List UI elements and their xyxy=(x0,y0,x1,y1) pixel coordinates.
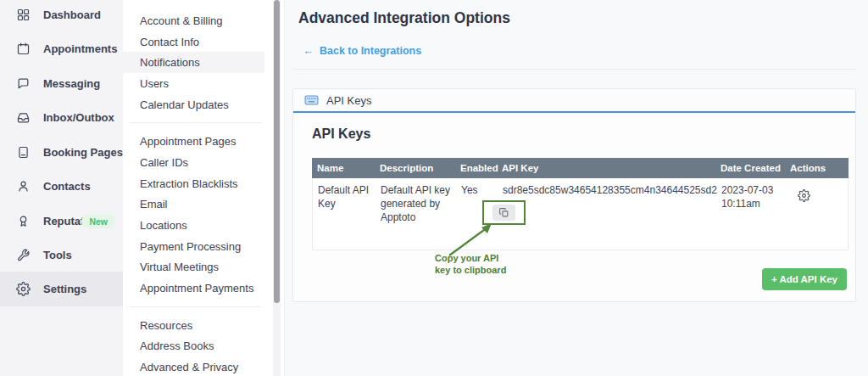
nav-item-contact-info[interactable]: Contact Info xyxy=(123,31,264,53)
sidebar-item-label: Contacts xyxy=(43,180,91,193)
col-header-api-key: API Key xyxy=(497,163,715,173)
table-header-row: Name Description Enabled API Key Date Cr… xyxy=(312,158,849,178)
nav-item-appointment-pages[interactable]: Appointment Pages xyxy=(123,131,264,152)
sidebar-item-reputation[interactable]: Reputation New xyxy=(0,204,123,239)
nav-item-account-billing[interactable]: Account & Billing xyxy=(123,10,264,31)
nav-item-appointment-payments[interactable]: Appointment Payments xyxy=(123,278,264,299)
sidebar-item-booking-pages[interactable]: Booking Pages xyxy=(0,135,123,170)
sidebar-item-label: Booking Pages xyxy=(43,146,123,159)
table-row: Default API Key Default API key generate… xyxy=(312,178,849,250)
nav-item-locations[interactable]: Locations xyxy=(123,215,264,236)
nav-item-resources[interactable]: Resources xyxy=(123,315,264,336)
nav-item-caller-ids[interactable]: Caller IDs xyxy=(123,152,264,173)
sidebar-item-label: Dashboard xyxy=(43,8,101,21)
nav-item-advanced-privacy[interactable]: Advanced & Privacy xyxy=(123,356,264,376)
api-key-value: sdr8e5sdc85w34654128355cm4n34644525sd2 xyxy=(503,184,711,198)
sidebar-item-label: Messaging xyxy=(43,77,100,90)
row-actions-button[interactable] xyxy=(798,189,810,205)
api-keys-heading: API Keys xyxy=(312,126,370,142)
sidebar-item-tools[interactable]: Tools xyxy=(0,238,123,272)
nav-item-extraction-blacklists[interactable]: Extraction Blacklists xyxy=(123,173,264,194)
col-header-description: Description xyxy=(375,163,455,173)
primary-sidebar: Dashboard Appointments Messaging Inbox/O… xyxy=(0,0,123,376)
gear-icon xyxy=(16,282,31,296)
tab-api-keys[interactable]: API Keys xyxy=(326,94,371,107)
sidebar-item-inbox-outbox[interactable]: Inbox/Outbox xyxy=(0,100,123,135)
wrench-icon xyxy=(16,248,31,262)
add-api-key-button[interactable]: + Add API Key xyxy=(762,268,847,290)
dashboard-grid-icon xyxy=(16,8,31,22)
sidebar-item-contacts[interactable]: Contacts xyxy=(0,169,123,204)
calendar-icon xyxy=(16,42,31,56)
nav-item-payment-processing[interactable]: Payment Processing xyxy=(123,236,264,257)
api-keys-table: Name Description Enabled API Key Date Cr… xyxy=(312,158,849,250)
person-icon xyxy=(16,179,31,194)
nav-divider xyxy=(130,306,261,307)
back-link-label: Back to Integrations xyxy=(320,45,421,57)
sidebar-item-label: Settings xyxy=(43,283,86,295)
annotation-text: Copy your API key to clipboard xyxy=(435,253,506,276)
nav-item-users[interactable]: Users xyxy=(123,73,264,94)
chat-bubble-icon xyxy=(16,76,31,91)
col-header-name: Name xyxy=(312,163,375,173)
sidebar-item-label: Tools xyxy=(43,249,72,261)
nav-item-virtual-meetings[interactable]: Virtual Meetings xyxy=(123,257,264,278)
page-title: Advanced Integration Options xyxy=(298,9,510,27)
app-root: Dashboard Appointments Messaging Inbox/O… xyxy=(0,0,868,376)
scrollbar-thumb[interactable] xyxy=(274,0,280,303)
nav-item-address-books[interactable]: Address Books xyxy=(123,336,264,357)
sidebar-item-messaging[interactable]: Messaging xyxy=(0,66,123,101)
col-header-date-created: Date Created xyxy=(715,163,785,173)
col-header-enabled: Enabled xyxy=(455,163,497,173)
sidebar-item-label: Inbox/Outbox xyxy=(43,111,114,124)
nav-item-email[interactable]: Email xyxy=(123,194,264,216)
cell-api-key: sdr8e5sdc85w34654128355cm4n34644525sd2 xyxy=(498,178,716,250)
nav-item-calendar-updates[interactable]: Calendar Updates xyxy=(123,94,264,115)
inbox-tray-icon xyxy=(16,110,31,125)
copy-api-key-button[interactable] xyxy=(492,205,515,221)
keyboard-icon xyxy=(304,94,319,106)
new-badge: New xyxy=(81,215,115,228)
col-header-actions: Actions xyxy=(785,163,849,173)
cell-date-created: 2023-07-03 10:11am xyxy=(716,178,786,250)
cell-name: Default API Key xyxy=(313,178,376,250)
section-divider xyxy=(292,69,856,70)
award-ribbon-icon xyxy=(16,214,31,228)
sidebar-item-label: Appointments xyxy=(43,42,117,55)
sidebar-item-appointments[interactable]: Appointments xyxy=(0,31,123,66)
api-keys-card: API Keys API Keys Name Description Enabl… xyxy=(292,88,856,302)
copy-icon xyxy=(498,207,509,218)
back-to-integrations-link[interactable]: ←Back to Integrations xyxy=(303,44,421,57)
nav-item-notifications[interactable]: Notifications xyxy=(123,52,264,73)
cell-actions xyxy=(786,178,848,250)
sidebar-item-settings[interactable]: Settings xyxy=(0,272,123,306)
gear-icon xyxy=(798,189,810,202)
settings-nav: Account & Billing Contact Info Notificat… xyxy=(123,0,285,376)
left-arrow-icon: ← xyxy=(303,44,314,57)
card-tab-bar: API Keys xyxy=(293,89,855,113)
book-page-icon xyxy=(16,145,31,160)
sidebar-item-dashboard[interactable]: Dashboard xyxy=(0,0,123,32)
main-content: Advanced Integration Options ←Back to In… xyxy=(285,0,868,376)
nav-divider xyxy=(130,122,261,123)
